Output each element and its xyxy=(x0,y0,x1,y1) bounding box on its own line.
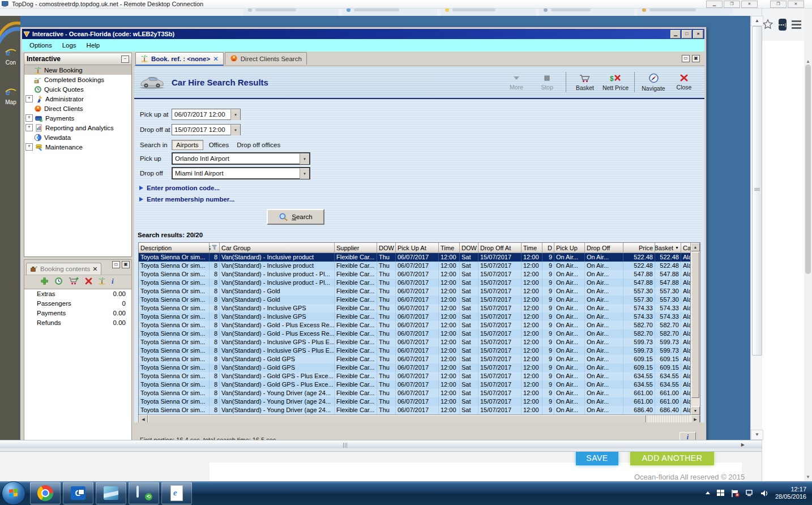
volume-icon[interactable] xyxy=(760,490,769,497)
basket-toolbar-button[interactable]: Basket xyxy=(570,72,600,92)
sidebar-item-quick-quotes[interactable]: Quick Quotes xyxy=(24,84,131,94)
scroll-thumb[interactable] xyxy=(805,65,811,274)
close-tab-icon[interactable]: ✕ xyxy=(213,55,219,63)
dropoff-combo[interactable]: Miami Intl Airport ▼ xyxy=(172,167,310,179)
rdp-minimize-button[interactable]: ▁ xyxy=(706,1,723,8)
network-icon[interactable] xyxy=(746,490,754,497)
table-row[interactable]: Toyota Sienna Or sim...8Van(Standard) - … xyxy=(139,321,700,329)
minimize-button[interactable]: ▁ xyxy=(670,30,681,38)
scroll-thumb[interactable] xyxy=(752,26,762,356)
browser-close-button[interactable]: ✕ xyxy=(788,1,804,8)
table-row[interactable]: Toyota Sienna Or sim...8Van(Standard) - … xyxy=(139,372,700,380)
column-header-dow[interactable]: DOW xyxy=(460,243,478,253)
scroll-thumb[interactable] xyxy=(691,252,699,398)
browser-menu-icon[interactable] xyxy=(792,19,801,31)
collapse-panel-icon[interactable]: − xyxy=(121,55,129,63)
table-row[interactable]: Toyota Sienna Or sim...8Van(Standard) - … xyxy=(139,338,700,346)
table-row[interactable]: Toyota Sienna Or sim...8Van(Standard) - … xyxy=(139,270,700,279)
expand-icon[interactable]: + xyxy=(25,114,33,122)
dropdown-arrow-icon[interactable]: ▼ xyxy=(300,153,309,164)
menu-logs[interactable]: Logs xyxy=(57,41,82,50)
table-row[interactable]: Toyota Sienna Or sim...8Van(Standard) - … xyxy=(139,279,700,287)
table-row[interactable]: Toyota Sienna Or sim...8Van(Standard) - … xyxy=(139,363,700,372)
taskbar-outlook-button[interactable]: O xyxy=(63,482,93,504)
column-header-drop-off[interactable]: Drop Off xyxy=(585,243,623,253)
pickup-combo[interactable]: Orlando Intl Airport ▼ xyxy=(172,152,310,165)
table-row[interactable]: Toyota Sienna Or sim...8Van(Standard) - … xyxy=(139,262,700,270)
sidebar-item-administrator[interactable]: +Administrator xyxy=(24,94,131,104)
sidebar-item-completed-bookings[interactable]: Completed Bookings xyxy=(24,75,131,84)
scroll-down-arrow[interactable]: ▼ xyxy=(691,406,700,415)
scroll-down-arrow[interactable]: ▼ xyxy=(751,430,763,440)
info-button[interactable]: i xyxy=(679,432,696,440)
table-row[interactable]: Toyota Sienna Or sim...8Van(Standard) - … xyxy=(139,389,700,397)
panel-maximize-icon[interactable]: ▣ xyxy=(692,55,700,62)
panel-maximize-icon[interactable]: ▣ xyxy=(122,261,130,268)
browser-restore-button[interactable]: ❐ xyxy=(770,1,787,8)
dropdown-arrow-icon[interactable]: ▼ xyxy=(230,109,240,120)
search-button[interactable]: Search xyxy=(267,209,324,225)
taskbar-rdp-button[interactable]: ⟲ xyxy=(129,482,159,504)
taskbar-chrome-button[interactable] xyxy=(30,482,61,504)
desktop-icon-con[interactable]: e Con xyxy=(2,47,19,66)
maximize-button[interactable]: □ xyxy=(682,30,692,38)
quote-icon[interactable] xyxy=(54,277,63,288)
tab-direct-clients-search[interactable]: Direct Clients Search xyxy=(225,52,307,65)
table-row[interactable]: Toyota Sienna Or sim...8Van(Standard) - … xyxy=(139,329,700,338)
column-header-time[interactable]: Time xyxy=(522,243,542,253)
membership-number-link[interactable]: Enter membership number... xyxy=(139,196,234,203)
pickup-at-combo[interactable]: 06/07/2017 12:00 ▼ xyxy=(172,109,241,120)
add-another-button[interactable]: ADD ANOTHER xyxy=(630,451,714,465)
sidebar-item-new-booking[interactable]: New Booking xyxy=(24,65,131,75)
menu-help[interactable]: Help xyxy=(82,41,105,50)
expand-icon[interactable]: + xyxy=(25,143,33,151)
expand-icon[interactable]: + xyxy=(25,124,33,131)
sidebar-item-viewdata[interactable]: Viewdata xyxy=(24,132,131,142)
column-header-pick-up[interactable]: Pick Up xyxy=(554,243,585,253)
column-header-pick-up-at[interactable]: Pick Up At xyxy=(396,243,439,253)
column-header-car-group[interactable]: Car Group xyxy=(220,243,335,253)
nett-price-toolbar-button[interactable]: $Nett Price xyxy=(601,72,630,92)
sidebar-item-reporting-and-analytics[interactable]: +Reporting and Analytics xyxy=(24,123,131,132)
tab-book-ref-none-[interactable]: Book. ref. : <none>✕ xyxy=(135,52,224,66)
scroll-right-arrow[interactable]: ▶ xyxy=(741,442,745,447)
search-in-option-drop-off-offices[interactable]: Drop off offices xyxy=(237,142,280,148)
add-icon[interactable] xyxy=(40,277,49,288)
dropoff-at-combo[interactable]: 15/07/2017 12:00 ▼ xyxy=(172,124,241,135)
table-row[interactable]: Toyota Sienna Or sim...8Van(Standard) - … xyxy=(139,355,700,363)
app-titlebar[interactable]: Interactive - Ocean-Florida (code: wLEB2… xyxy=(22,29,704,39)
taskbar-ie-button[interactable]: e xyxy=(161,482,192,504)
scroll-up-arrow[interactable]: ▲ xyxy=(751,16,763,26)
rdp-hscrollbar[interactable]: ▶ xyxy=(0,440,762,449)
menu-options[interactable]: Options xyxy=(24,41,57,50)
scroll-up-arrow[interactable]: ▲ xyxy=(691,243,700,251)
search-in-option-airports[interactable]: Airports xyxy=(172,140,203,150)
save-button[interactable]: SAVE xyxy=(576,451,618,465)
delete-icon[interactable] xyxy=(85,277,92,287)
bookmark-star-icon[interactable] xyxy=(762,19,773,30)
rdp-restore-button[interactable]: ❐ xyxy=(724,1,740,8)
table-row[interactable]: Toyota Sienna Or sim...8Van(Standard) - … xyxy=(139,380,700,389)
dropdown-arrow-icon[interactable]: ▼ xyxy=(230,125,240,135)
column-header-dow[interactable]: DOW xyxy=(377,243,396,253)
taskbar-clock[interactable]: 12:17 28/05/2016 xyxy=(775,486,806,500)
tray-expand-icon[interactable] xyxy=(705,491,711,495)
column-header-d[interactable]: D xyxy=(542,243,554,253)
rdp-vscrollbar[interactable]: ▲ ▼ xyxy=(750,16,762,440)
column-header-description[interactable]: Description xyxy=(139,243,210,253)
navigate-toolbar-button[interactable]: Navigate xyxy=(639,72,668,93)
desktop-icon-map[interactable]: e Map xyxy=(2,87,19,105)
filter-funnel-icon[interactable] xyxy=(212,245,217,251)
sidebar-item-payments[interactable]: +$Payments xyxy=(24,113,131,123)
column-header-s[interactable]: S xyxy=(210,243,220,253)
table-row[interactable]: Toyota Sienna Or sim...8Van(Standard) - … xyxy=(139,406,700,414)
column-header-drop-off-at[interactable]: Drop Off At xyxy=(478,243,522,253)
panel-minimize-icon[interactable]: ▭ xyxy=(682,55,690,62)
sidebar-item-maintenance[interactable]: +Maintenance xyxy=(24,142,131,152)
browser-scrollbar[interactable]: ▲ ▼ xyxy=(804,8,812,481)
info-icon[interactable]: i xyxy=(112,277,116,287)
cartadd-icon[interactable] xyxy=(69,277,79,288)
table-row[interactable]: Toyota Sienna Or sim...8Van(Standard) - … xyxy=(139,313,700,321)
table-row[interactable]: Toyota Sienna Or sim...8Van(Standard) - … xyxy=(139,397,700,406)
column-header-time[interactable]: Time xyxy=(439,243,460,253)
